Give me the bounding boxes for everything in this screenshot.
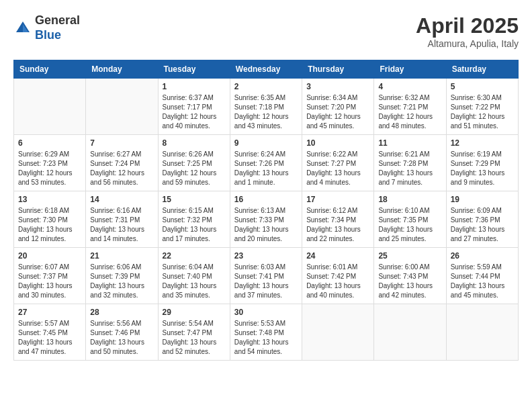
month-title: April 2025 [416,13,519,38]
day-number: 29 [163,308,226,317]
calendar-cell [14,79,86,135]
calendar-table: SundayMondayTuesdayWednesdayThursdayFrid… [13,60,519,361]
calendar-cell: 22 Sunrise: 6:04 AMSunset: 7:40 PMDaylig… [158,248,230,304]
day-info: Sunrise: 6:21 AMSunset: 7:28 PMDaylight:… [378,150,441,187]
day-info: Sunrise: 6:29 AMSunset: 7:23 PMDaylight:… [18,150,81,187]
calendar-cell [302,304,374,361]
calendar-week-row: 6 Sunrise: 6:29 AMSunset: 7:23 PMDayligh… [14,135,519,191]
location-text: Altamura, Apulia, Italy [416,38,519,49]
day-info: Sunrise: 5:53 AMSunset: 7:48 PMDaylight:… [234,319,298,357]
day-info: Sunrise: 6:24 AMSunset: 7:26 PMDaylight:… [234,150,298,187]
day-info: Sunrise: 6:04 AMSunset: 7:40 PMDaylight:… [163,263,226,300]
calendar-cell: 3 Sunrise: 6:34 AMSunset: 7:20 PMDayligh… [302,79,374,135]
calendar-week-row: 1 Sunrise: 6:37 AMSunset: 7:17 PMDayligh… [14,79,519,135]
calendar-cell: 21 Sunrise: 6:06 AMSunset: 7:39 PMDaylig… [86,248,158,304]
logo-text: General Blue [35,13,80,42]
calendar-cell: 24 Sunrise: 6:01 AMSunset: 7:42 PMDaylig… [302,248,374,304]
calendar-cell: 27 Sunrise: 5:57 AMSunset: 7:45 PMDaylig… [14,304,86,361]
day-info: Sunrise: 6:07 AMSunset: 7:37 PMDaylight:… [18,263,81,300]
title-block: April 2025 Altamura, Apulia, Italy [416,13,519,49]
day-info: Sunrise: 6:34 AMSunset: 7:20 PMDaylight:… [306,93,369,131]
calendar-cell: 23 Sunrise: 6:03 AMSunset: 7:41 PMDaylig… [230,248,302,304]
calendar-cell: 14 Sunrise: 6:16 AMSunset: 7:31 PMDaylig… [86,191,158,248]
weekday-header: Sunday [14,60,86,79]
day-number: 17 [306,195,369,204]
day-info: Sunrise: 5:56 AMSunset: 7:46 PMDaylight:… [90,319,153,357]
day-number: 20 [18,251,81,261]
calendar-cell: 26 Sunrise: 5:59 AMSunset: 7:44 PMDaylig… [446,248,518,304]
day-number: 4 [378,82,441,91]
day-number: 9 [234,138,298,148]
day-number: 12 [451,138,514,148]
day-info: Sunrise: 6:26 AMSunset: 7:25 PMDaylight:… [163,150,226,187]
day-info: Sunrise: 5:59 AMSunset: 7:44 PMDaylight:… [451,263,514,300]
day-number: 22 [163,251,226,261]
day-number: 11 [378,138,441,148]
calendar-cell [374,304,446,361]
day-number: 30 [234,308,298,317]
day-info: Sunrise: 6:00 AMSunset: 7:43 PMDaylight:… [378,263,441,300]
calendar-cell: 19 Sunrise: 6:09 AMSunset: 7:36 PMDaylig… [446,191,518,248]
day-number: 25 [378,251,441,261]
calendar-week-row: 27 Sunrise: 5:57 AMSunset: 7:45 PMDaylig… [14,304,519,361]
day-info: Sunrise: 6:35 AMSunset: 7:18 PMDaylight:… [234,93,298,131]
calendar-cell: 10 Sunrise: 6:22 AMSunset: 7:27 PMDaylig… [302,135,374,191]
day-number: 1 [163,82,226,91]
calendar-cell: 4 Sunrise: 6:32 AMSunset: 7:21 PMDayligh… [374,79,446,135]
day-number: 21 [90,251,153,261]
calendar-week-row: 13 Sunrise: 6:18 AMSunset: 7:30 PMDaylig… [14,191,519,248]
weekday-header: Thursday [302,60,374,79]
day-info: Sunrise: 6:18 AMSunset: 7:30 PMDaylight:… [18,206,81,244]
logo: General Blue [13,13,80,42]
day-info: Sunrise: 6:32 AMSunset: 7:21 PMDaylight:… [378,93,441,131]
day-info: Sunrise: 6:13 AMSunset: 7:33 PMDaylight:… [234,206,298,244]
day-info: Sunrise: 6:30 AMSunset: 7:22 PMDaylight:… [451,93,514,131]
day-number: 8 [163,138,226,148]
calendar-cell: 13 Sunrise: 6:18 AMSunset: 7:30 PMDaylig… [14,191,86,248]
weekday-header: Tuesday [158,60,230,79]
day-info: Sunrise: 6:27 AMSunset: 7:24 PMDaylight:… [90,150,153,187]
day-number: 23 [234,251,298,261]
day-number: 24 [306,251,369,261]
day-info: Sunrise: 6:06 AMSunset: 7:39 PMDaylight:… [90,263,153,300]
weekday-header: Monday [86,60,158,79]
day-number: 16 [234,195,298,204]
day-info: Sunrise: 6:09 AMSunset: 7:36 PMDaylight:… [451,206,514,244]
day-info: Sunrise: 6:22 AMSunset: 7:27 PMDaylight:… [306,150,369,187]
calendar-cell: 6 Sunrise: 6:29 AMSunset: 7:23 PMDayligh… [14,135,86,191]
calendar-cell: 16 Sunrise: 6:13 AMSunset: 7:33 PMDaylig… [230,191,302,248]
day-number: 3 [306,82,369,91]
day-number: 14 [90,195,153,204]
calendar-cell: 7 Sunrise: 6:27 AMSunset: 7:24 PMDayligh… [86,135,158,191]
day-number: 18 [378,195,441,204]
calendar-cell [446,304,518,361]
day-number: 2 [234,82,298,91]
day-number: 27 [18,308,81,317]
day-number: 5 [451,82,514,91]
day-info: Sunrise: 5:54 AMSunset: 7:47 PMDaylight:… [163,319,226,357]
calendar-cell: 30 Sunrise: 5:53 AMSunset: 7:48 PMDaylig… [230,304,302,361]
page-header: General Blue April 2025 Altamura, Apulia… [13,13,519,49]
day-info: Sunrise: 6:19 AMSunset: 7:29 PMDaylight:… [451,150,514,187]
calendar-cell [86,79,158,135]
day-info: Sunrise: 6:37 AMSunset: 7:17 PMDaylight:… [163,93,226,131]
calendar-cell: 9 Sunrise: 6:24 AMSunset: 7:26 PMDayligh… [230,135,302,191]
weekday-header: Wednesday [230,60,302,79]
logo-general-text: General [35,13,80,27]
day-number: 26 [451,251,514,261]
calendar-header-row: SundayMondayTuesdayWednesdayThursdayFrid… [14,60,519,79]
calendar-week-row: 20 Sunrise: 6:07 AMSunset: 7:37 PMDaylig… [14,248,519,304]
logo-blue-text: Blue [35,28,61,42]
calendar-cell: 1 Sunrise: 6:37 AMSunset: 7:17 PMDayligh… [158,79,230,135]
calendar-cell: 25 Sunrise: 6:00 AMSunset: 7:43 PMDaylig… [374,248,446,304]
calendar-cell: 11 Sunrise: 6:21 AMSunset: 7:28 PMDaylig… [374,135,446,191]
weekday-header: Saturday [446,60,518,79]
calendar-cell: 20 Sunrise: 6:07 AMSunset: 7:37 PMDaylig… [14,248,86,304]
day-info: Sunrise: 6:10 AMSunset: 7:35 PMDaylight:… [378,206,441,244]
day-number: 6 [18,138,81,148]
logo-icon [13,19,32,38]
calendar-cell: 18 Sunrise: 6:10 AMSunset: 7:35 PMDaylig… [374,191,446,248]
day-number: 7 [90,138,153,148]
calendar-cell: 29 Sunrise: 5:54 AMSunset: 7:47 PMDaylig… [158,304,230,361]
calendar-cell: 28 Sunrise: 5:56 AMSunset: 7:46 PMDaylig… [86,304,158,361]
